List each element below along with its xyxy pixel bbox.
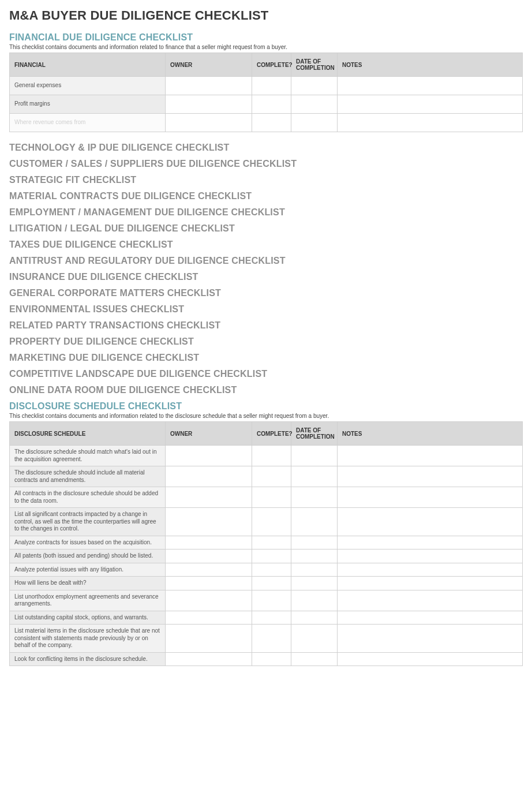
section-heading: EMPLOYMENT / MANAGEMENT DUE DILIGENCE CH…: [9, 207, 523, 218]
cell-notes[interactable]: [338, 611, 523, 625]
cell-owner[interactable]: [166, 549, 252, 563]
cell-owner[interactable]: [166, 446, 252, 466]
cell-owner[interactable]: [166, 536, 252, 549]
disclosure-section-title: DISCLOSURE SCHEDULE CHECKLIST: [9, 401, 523, 412]
cell-notes[interactable]: [338, 466, 523, 487]
cell-complete[interactable]: [252, 95, 291, 114]
cell-owner[interactable]: [166, 611, 252, 625]
financial-section: FINANCIAL DUE DILIGENCE CHECKLIST This c…: [9, 32, 523, 132]
cell-date[interactable]: [291, 590, 338, 611]
col-header-complete: COMPLETE?: [252, 53, 291, 77]
cell-complete[interactable]: [252, 466, 291, 487]
cell-complete[interactable]: [252, 508, 291, 536]
disclosure-section-desc: This checklist contains documents and in…: [9, 413, 523, 419]
cell-date[interactable]: [291, 611, 338, 625]
cell-date[interactable]: [291, 536, 338, 549]
cell-date[interactable]: [291, 114, 338, 132]
cell-date[interactable]: [291, 508, 338, 536]
col-header-notes: NOTES: [338, 53, 523, 77]
cell-notes[interactable]: [338, 77, 523, 95]
cell-notes[interactable]: [338, 536, 523, 549]
cell-owner[interactable]: [166, 95, 252, 114]
cell-owner[interactable]: [166, 487, 252, 508]
cell-date[interactable]: [291, 577, 338, 590]
section-heading: COMPETITIVE LANDSCAPE DUE DILIGENCE CHEC…: [9, 369, 523, 379]
cell-item: List unorthodox employment agreements an…: [10, 590, 166, 611]
table-row: List outstanding capital stock, options,…: [10, 611, 523, 625]
table-row: Profit margins: [10, 95, 523, 114]
cell-notes[interactable]: [338, 508, 523, 536]
table-row: The disclosure schedule should include a…: [10, 466, 523, 487]
cell-complete[interactable]: [252, 577, 291, 590]
col-header-financial: FINANCIAL: [10, 53, 166, 77]
cell-complete[interactable]: [252, 563, 291, 577]
cell-owner[interactable]: [166, 563, 252, 577]
cell-item: All patents (both issued and pending) sh…: [10, 549, 166, 563]
section-heading: PROPERTY DUE DILIGENCE CHECKLIST: [9, 337, 523, 347]
cell-date[interactable]: [291, 446, 338, 466]
cell-item: Analyze contracts for issues based on th…: [10, 536, 166, 549]
cell-owner[interactable]: [166, 77, 252, 95]
col-header-notes: NOTES: [338, 422, 523, 446]
cell-complete[interactable]: [252, 590, 291, 611]
section-heading: GENERAL CORPORATE MATTERS CHECKLIST: [9, 288, 523, 298]
financial-table: FINANCIAL OWNER COMPLETE? DATE OF COMPLE…: [9, 53, 523, 132]
col-header-owner: OWNER: [166, 422, 252, 446]
cell-complete[interactable]: [252, 446, 291, 466]
cell-notes[interactable]: [338, 563, 523, 577]
cell-notes[interactable]: [338, 652, 523, 666]
cell-complete[interactable]: [252, 487, 291, 508]
cell-complete[interactable]: [252, 114, 291, 132]
section-heading: MATERIAL CONTRACTS DUE DILIGENCE CHECKLI…: [9, 191, 523, 201]
cell-owner[interactable]: [166, 652, 252, 666]
cell-owner[interactable]: [166, 466, 252, 487]
cell-notes[interactable]: [338, 590, 523, 611]
cell-date[interactable]: [291, 466, 338, 487]
table-row: List unorthodox employment agreements an…: [10, 590, 523, 611]
cell-item: List all significant contracts impacted …: [10, 508, 166, 536]
section-heading: LITIGATION / LEGAL DUE DILIGENCE CHECKLI…: [9, 223, 523, 234]
cell-date[interactable]: [291, 77, 338, 95]
cell-date[interactable]: [291, 95, 338, 114]
section-heading: TECHNOLOGY & IP DUE DILIGENCE CHECKLIST: [9, 143, 523, 153]
disclosure-section: DISCLOSURE SCHEDULE CHECKLIST This check…: [9, 401, 523, 666]
section-heading: STRATEGIC FIT CHECKLIST: [9, 175, 523, 185]
cell-item: The disclosure schedule should match wha…: [10, 446, 166, 466]
cell-complete[interactable]: [252, 549, 291, 563]
cell-complete[interactable]: [252, 536, 291, 549]
disclosure-table: DISCLOSURE SCHEDULE OWNER COMPLETE? DATE…: [9, 421, 523, 666]
cell-complete[interactable]: [252, 652, 291, 666]
table-header-row: FINANCIAL OWNER COMPLETE? DATE OF COMPLE…: [10, 53, 523, 77]
cell-date[interactable]: [291, 625, 338, 653]
cell-owner[interactable]: [166, 590, 252, 611]
cell-date[interactable]: [291, 549, 338, 563]
section-heading: INSURANCE DUE DILIGENCE CHECKLIST: [9, 272, 523, 282]
cell-notes[interactable]: [338, 549, 523, 563]
cell-complete[interactable]: [252, 625, 291, 653]
cell-date[interactable]: [291, 652, 338, 666]
cell-complete[interactable]: [252, 611, 291, 625]
cell-notes[interactable]: [338, 487, 523, 508]
section-heading: ONLINE DATA ROOM DUE DILIGENCE CHECKLIST: [9, 385, 523, 395]
cell-date[interactable]: [291, 487, 338, 508]
cell-owner[interactable]: [166, 625, 252, 653]
cell-notes[interactable]: [338, 577, 523, 590]
col-header-disclosure: DISCLOSURE SCHEDULE: [10, 422, 166, 446]
cell-notes[interactable]: [338, 446, 523, 466]
table-row: List material items in the disclosure sc…: [10, 625, 523, 653]
cell-complete[interactable]: [252, 77, 291, 95]
cell-notes[interactable]: [338, 625, 523, 653]
table-row: Analyze potential issues with any litiga…: [10, 563, 523, 577]
cell-notes[interactable]: [338, 114, 523, 132]
cell-notes[interactable]: [338, 95, 523, 114]
cell-item: List outstanding capital stock, options,…: [10, 611, 166, 625]
cell-owner[interactable]: [166, 114, 252, 132]
table-row: All patents (both issued and pending) sh…: [10, 549, 523, 563]
table-row: How will liens be dealt with?: [10, 577, 523, 590]
table-row: Analyze contracts for issues based on th…: [10, 536, 523, 549]
cell-date[interactable]: [291, 563, 338, 577]
cell-owner[interactable]: [166, 577, 252, 590]
col-header-owner: OWNER: [166, 53, 252, 77]
cell-owner[interactable]: [166, 508, 252, 536]
page-title: M&A BUYER DUE DILIGENCE CHECKLIST: [9, 8, 523, 23]
